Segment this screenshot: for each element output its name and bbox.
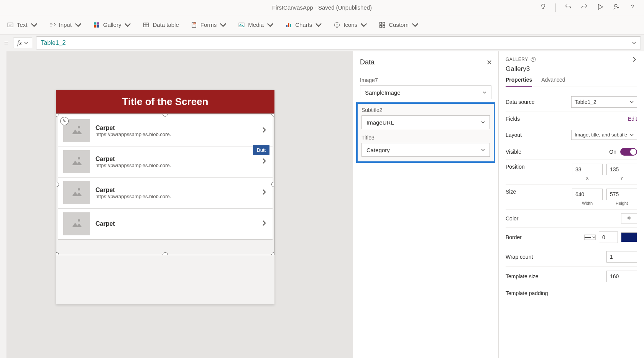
svg-point-24	[78, 157, 80, 159]
left-rail	[0, 51, 7, 358]
svg-rect-7	[144, 23, 149, 27]
ribbon-custom[interactable]: Custom	[379, 21, 419, 28]
gallery-item-title: Carpet	[95, 187, 256, 194]
ribbon-charts[interactable]: Charts	[285, 21, 322, 28]
prop-size-w[interactable]: 640	[572, 189, 603, 200]
play-icon[interactable]	[596, 3, 604, 12]
formula-value: Table1_2	[41, 39, 66, 46]
screen-title: Title of the Screen	[56, 90, 274, 113]
gallery-item-title: Carpet	[95, 220, 256, 227]
svg-rect-17	[380, 22, 381, 24]
svg-marker-23	[72, 161, 82, 165]
formula-expand-icon[interactable]	[632, 41, 636, 45]
svg-rect-11	[286, 25, 288, 27]
field-title-select[interactable]: Category	[361, 143, 490, 157]
data-panel: Data ✕ Image7 SampleImage Subtitle2 Imag…	[353, 51, 498, 358]
ribbon-media[interactable]: Media	[238, 21, 274, 28]
svg-point-26	[78, 188, 80, 190]
svg-point-1	[614, 4, 617, 7]
canvas-area[interactable]: Title of the Screen ✎ Carpet https://pwr…	[7, 51, 353, 358]
ribbon-input[interactable]: Input	[49, 21, 82, 28]
thumbnail-placeholder	[63, 150, 90, 173]
chevron-right-icon[interactable]	[261, 127, 267, 135]
prop-position-y[interactable]: 135	[606, 164, 637, 175]
fx-dropdown[interactable]: fx	[13, 38, 32, 48]
ribbon-forms[interactable]: Forms	[191, 21, 227, 28]
ribbon-media-label: Media	[248, 21, 264, 28]
prop-visible-toggle[interactable]	[620, 148, 637, 156]
gallery-item[interactable]: Carpet https://pwrappssamples.blob.core.	[58, 177, 273, 209]
redo-icon[interactable]	[580, 3, 588, 12]
gallery-item[interactable]: Carpet	[58, 209, 273, 240]
prop-wrapcount-input[interactable]: 1	[606, 251, 637, 263]
share-icon[interactable]	[613, 3, 620, 12]
chevron-right-icon[interactable]	[632, 57, 637, 62]
field-image-select[interactable]: SampleImage	[360, 85, 491, 99]
gallery-item[interactable]: Carpet https://pwrappssamples.blob.core.	[58, 115, 273, 146]
chevron-down-icon	[481, 120, 485, 124]
svg-rect-4	[97, 22, 99, 25]
chevron-right-icon[interactable]	[261, 158, 267, 166]
prop-size-h[interactable]: 575	[606, 189, 637, 200]
svg-rect-5	[94, 25, 96, 27]
svg-point-16	[338, 24, 338, 25]
tab-advanced[interactable]: Advanced	[541, 77, 565, 87]
ribbon-input-label: Input	[59, 21, 72, 28]
gallery-control[interactable]: ✎ Carpet https://pwrappssamples.blob.cor…	[56, 113, 274, 255]
diagnostics-icon[interactable]	[539, 3, 547, 12]
prop-position-x[interactable]: 33	[572, 164, 603, 175]
svg-rect-18	[383, 22, 385, 24]
app-screen: Title of the Screen ✎ Carpet https://pwr…	[56, 90, 274, 304]
formula-bar: = fx Table1_2	[0, 34, 644, 51]
ribbon-icons[interactable]: Icons	[334, 21, 367, 28]
chevron-right-icon[interactable]	[261, 189, 267, 197]
svg-rect-2	[8, 23, 13, 27]
prop-datasource-select[interactable]: Table1_2	[571, 96, 637, 108]
help-icon[interactable]	[531, 57, 536, 62]
gallery-item[interactable]: Carpet https://pwrappssamples.blob.core.	[58, 146, 273, 177]
ribbon-charts-label: Charts	[295, 21, 312, 28]
canvas-button[interactable]: Butt	[253, 145, 269, 155]
prop-templatesize-input[interactable]: 160	[606, 271, 637, 282]
highlighted-fields: Subtitle2 ImageURL Title3 Category	[356, 102, 495, 163]
separator	[555, 3, 556, 12]
prop-size-label: Size	[506, 189, 516, 195]
svg-rect-12	[288, 23, 289, 27]
prop-datasource-label: Data source	[506, 99, 534, 105]
fx-icon: fx	[17, 39, 22, 46]
close-icon[interactable]: ✕	[486, 58, 492, 67]
titlebar: FirstCanvasApp - Saved (Unpublished)	[0, 0, 644, 15]
svg-point-28	[78, 219, 80, 222]
prop-border-color[interactable]	[621, 232, 637, 242]
tab-properties[interactable]: Properties	[506, 77, 532, 87]
properties-panel: GALLERY Gallery3 Properties Advanced Dat…	[498, 51, 644, 358]
prop-layout-select[interactable]: Image, title, and subtitle	[571, 130, 637, 140]
prop-border-width[interactable]: 0	[599, 232, 618, 243]
prop-border-style[interactable]	[584, 235, 596, 240]
ribbon-text[interactable]: Text	[7, 21, 38, 28]
chevron-right-icon[interactable]	[261, 220, 267, 228]
gallery-item-subtitle: https://pwrappssamples.blob.core.	[95, 131, 256, 137]
formula-input[interactable]: Table1_2	[36, 36, 641, 49]
ribbon-icons-label: Icons	[343, 21, 357, 28]
data-panel-title: Data	[360, 58, 491, 66]
ribbon-gallery[interactable]: Gallery	[93, 21, 131, 28]
thumbnail-placeholder	[63, 181, 90, 204]
ribbon-datatable-label: Data table	[153, 21, 179, 28]
equals-label: =	[3, 39, 9, 47]
field-title-value: Category	[366, 147, 390, 153]
prop-templatepadding-label: Template padding	[506, 290, 548, 296]
gallery-item-subtitle: https://pwrappssamples.blob.core.	[95, 194, 256, 199]
ribbon-datatable[interactable]: Data table	[143, 21, 179, 28]
prop-fields-edit[interactable]: Edit	[628, 116, 637, 122]
edit-pencil-icon[interactable]: ✎	[60, 117, 69, 125]
field-subtitle-select[interactable]: ImageURL	[361, 115, 490, 129]
svg-rect-6	[97, 25, 99, 27]
gallery-item-title: Carpet	[95, 125, 256, 131]
svg-marker-27	[72, 223, 82, 227]
prop-color-picker[interactable]	[621, 213, 637, 223]
svg-point-22	[78, 126, 80, 128]
help-icon[interactable]	[629, 3, 636, 12]
undo-icon[interactable]	[564, 3, 572, 12]
svg-marker-25	[72, 192, 82, 196]
